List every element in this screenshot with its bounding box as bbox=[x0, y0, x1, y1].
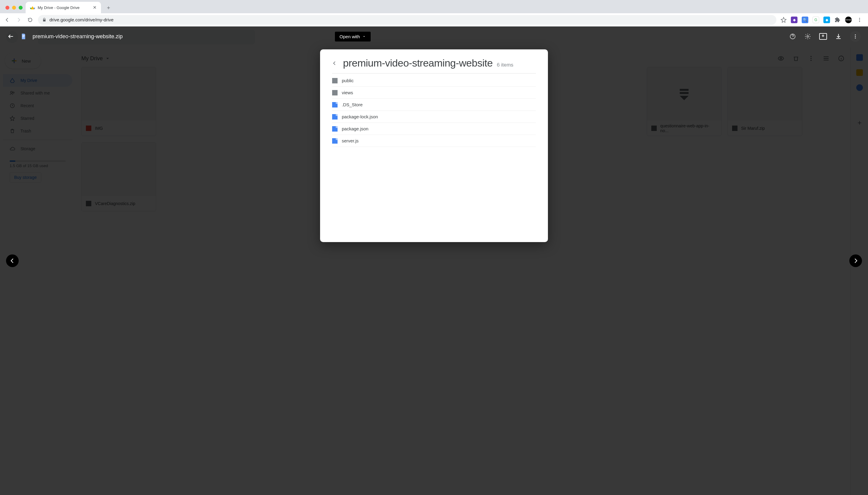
zip-entry-name: package-lock.json bbox=[342, 114, 378, 119]
zip-entry-name: .DS_Store bbox=[342, 102, 363, 107]
next-file-button[interactable] bbox=[849, 254, 862, 267]
viewer-toolbar: premium-video-streaming-website.zip Open… bbox=[0, 27, 868, 46]
download-icon[interactable] bbox=[835, 33, 842, 40]
viewer-filename: premium-video-streaming-website.zip bbox=[33, 33, 123, 40]
window-maximize[interactable] bbox=[19, 6, 22, 10]
file-icon bbox=[332, 114, 338, 120]
folder-icon bbox=[332, 78, 338, 83]
open-with-label: Open with bbox=[340, 34, 360, 39]
bookmark-star-icon[interactable] bbox=[781, 17, 787, 23]
chevron-down-icon bbox=[362, 35, 366, 38]
svg-point-21 bbox=[855, 36, 856, 37]
open-with-button[interactable]: Open with bbox=[334, 31, 371, 42]
zip-entry-name: views bbox=[342, 90, 353, 95]
extension-icon-4[interactable]: ◆ bbox=[823, 17, 830, 23]
window-close[interactable] bbox=[5, 6, 9, 10]
prev-file-button[interactable] bbox=[6, 254, 19, 267]
help-icon[interactable] bbox=[789, 33, 796, 40]
extension-icon-1[interactable]: ◆ bbox=[791, 17, 798, 23]
window-minimize[interactable] bbox=[12, 6, 16, 10]
browser-menu-icon[interactable] bbox=[856, 16, 863, 23]
viewer-back-button[interactable] bbox=[7, 33, 15, 40]
modal-header: premium-video-streaming-website 6 items bbox=[332, 57, 536, 73]
browser-tab[interactable]: My Drive - Google Drive ✕ bbox=[26, 2, 101, 13]
svg-point-3 bbox=[859, 18, 860, 19]
extension-icon-3[interactable]: G bbox=[813, 17, 819, 23]
url-field[interactable]: drive.google.com/drive/my-drive bbox=[38, 15, 776, 25]
file-type-icon bbox=[20, 33, 27, 40]
zip-entry[interactable]: package.json bbox=[332, 123, 536, 135]
more-actions-button[interactable] bbox=[850, 31, 861, 42]
zip-entry[interactable]: server.js bbox=[332, 135, 536, 147]
profile-avatar[interactable]: Adnan bbox=[845, 17, 852, 23]
zip-entry[interactable]: public bbox=[332, 75, 536, 87]
folder-icon bbox=[332, 90, 338, 96]
svg-rect-17 bbox=[22, 37, 24, 37]
zip-entry[interactable]: views bbox=[332, 87, 536, 99]
modal-back-button[interactable] bbox=[332, 61, 339, 66]
modal-item-count: 6 items bbox=[497, 62, 513, 68]
tab-bar: My Drive - Google Drive ✕ ＋ bbox=[0, 0, 868, 13]
file-icon bbox=[332, 102, 338, 107]
zip-entry[interactable]: package-lock.json bbox=[332, 111, 536, 123]
zip-file-list: publicviews.DS_Storepackage-lock.jsonpac… bbox=[332, 75, 536, 147]
page: Search in Drive New My Drive Shared with… bbox=[0, 27, 868, 495]
extensions: ◆ 🔍 G ◆ Adnan bbox=[791, 16, 864, 23]
nav-reload-button[interactable] bbox=[27, 16, 34, 23]
modal-title: premium-video-streaming-website bbox=[343, 57, 493, 69]
settings-icon[interactable] bbox=[804, 33, 811, 40]
file-icon bbox=[332, 126, 338, 132]
zip-entry[interactable]: .DS_Store bbox=[332, 99, 536, 111]
svg-rect-16 bbox=[22, 36, 24, 36]
svg-point-5 bbox=[859, 21, 860, 22]
url-text: drive.google.com/drive/my-drive bbox=[49, 17, 114, 22]
https-lock-icon bbox=[42, 18, 46, 22]
extension-icon-2[interactable]: 🔍 bbox=[802, 17, 808, 23]
tab-close-icon[interactable]: ✕ bbox=[93, 5, 97, 10]
nav-back-button[interactable] bbox=[4, 16, 11, 23]
svg-rect-15 bbox=[22, 35, 24, 35]
zip-preview-modal: premium-video-streaming-website 6 items … bbox=[320, 49, 548, 242]
address-bar: drive.google.com/drive/my-drive ◆ 🔍 G ◆ … bbox=[0, 13, 868, 27]
svg-point-19 bbox=[807, 36, 809, 37]
svg-point-20 bbox=[855, 34, 856, 35]
svg-point-4 bbox=[859, 19, 860, 20]
svg-point-22 bbox=[855, 38, 856, 38]
tab-title: My Drive - Google Drive bbox=[38, 5, 80, 10]
drive-favicon-icon bbox=[30, 5, 35, 10]
zip-entry-name: server.js bbox=[342, 138, 359, 143]
window-controls bbox=[3, 6, 26, 13]
extensions-puzzle-icon[interactable] bbox=[834, 17, 841, 23]
file-icon bbox=[332, 138, 338, 143]
zip-entry-name: package.json bbox=[342, 126, 368, 131]
browser-chrome: My Drive - Google Drive ✕ ＋ drive.google… bbox=[0, 0, 868, 27]
new-tab-button[interactable]: ＋ bbox=[104, 3, 113, 12]
nav-forward-button[interactable] bbox=[15, 16, 22, 23]
add-comment-icon[interactable]: + bbox=[819, 33, 827, 40]
zip-entry-name: public bbox=[342, 78, 354, 83]
